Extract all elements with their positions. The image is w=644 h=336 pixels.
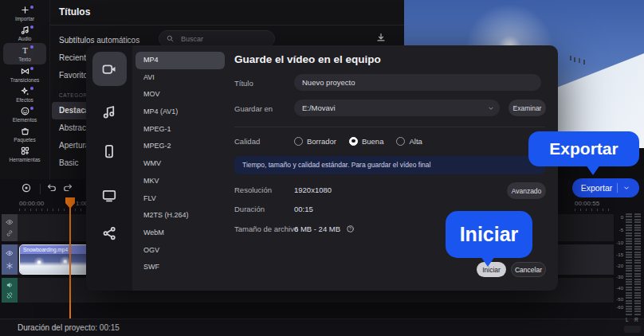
format-option[interactable]: OGV [132, 242, 228, 260]
dialog-title: Guarde el vídeo en el equipo [234, 53, 381, 65]
exportar-callout-text: Exportar [549, 139, 618, 158]
duration-value: 00:15 [294, 205, 313, 213]
cancel-button[interactable]: Cancelar [511, 262, 546, 277]
save-path-select[interactable]: E:/Movavi [294, 100, 500, 116]
format-option[interactable]: SWF [132, 259, 228, 276]
track-3-header [2, 278, 18, 303]
phone-icon[interactable] [101, 143, 117, 159]
format-option[interactable]: WebM [132, 225, 228, 242]
sidebar-item-efectos[interactable]: Efectos [3, 84, 46, 104]
sidebar-item-label: Audio [18, 36, 32, 41]
effects-icon [20, 86, 30, 96]
format-option[interactable]: MPEG-1 [132, 121, 228, 139]
tv-icon[interactable] [101, 187, 117, 203]
meter-channel-label: L [626, 317, 629, 322]
meter-scale-label: -30 [614, 275, 623, 279]
dialog-sidebar [86, 45, 132, 291]
radio-circle [294, 137, 303, 146]
sidebar-item-audio[interactable]: Audio [3, 23, 46, 43]
snowflake-icon[interactable] [6, 262, 14, 270]
quality-radio-alta[interactable]: Alta [396, 137, 422, 146]
format-option[interactable]: MP4 (AV1) [132, 104, 228, 121]
ruler-tick [608, 209, 609, 211]
elements-icon [20, 106, 30, 116]
ruler-tick [47, 209, 48, 211]
meter-channel-label: R [634, 317, 638, 322]
eye-icon[interactable] [6, 249, 14, 257]
music-note-icon[interactable] [101, 104, 117, 119]
track-2-header [2, 244, 18, 275]
project-duration-text: Duración del proyecto: 00:15 [18, 323, 120, 332]
text-icon: T [20, 45, 30, 56]
format-option[interactable]: FLV [132, 190, 228, 208]
ruler-timecode-right: 00:00:55 [575, 200, 599, 207]
format-option[interactable]: MP4 [135, 52, 225, 69]
format-option[interactable]: MKV [132, 173, 228, 190]
redo-icon[interactable] [62, 182, 73, 193]
sidebar-item-texto[interactable]: TTexto [3, 43, 46, 64]
share-icon[interactable] [101, 225, 117, 241]
sidebar-item-transiciones[interactable]: Transiciones [3, 64, 46, 84]
plus-icon [20, 5, 30, 15]
sidebar-item-importar[interactable]: Importar [3, 3, 46, 23]
search-box[interactable] [159, 30, 275, 47]
svg-text:T: T [22, 46, 28, 55]
sidebar-item-elementos[interactable]: Elementos [3, 104, 46, 124]
quality-radio-group: BorradorBuenaAlta [294, 135, 422, 147]
meter-scale-label: -15 [614, 252, 623, 257]
format-option[interactable]: MPEG-2 [132, 138, 228, 155]
radio-circle [349, 137, 358, 146]
sidebar-item-herramientas[interactable]: Herramientas [3, 144, 46, 164]
ruler-tick [19, 209, 20, 211]
chevron-down-icon[interactable] [487, 104, 495, 112]
help-icon[interactable]: ? [346, 225, 355, 233]
clip-name: Snowboarding.mp4 [20, 245, 88, 254]
browse-button[interactable]: Examinar [509, 100, 546, 116]
quality-radio-buena[interactable]: Buena [349, 137, 383, 146]
music-icon [20, 25, 30, 35]
meter-scale-label: -60 [614, 305, 623, 310]
export-button[interactable]: Exportar [572, 178, 639, 197]
format-option[interactable]: M2TS (H.264) [132, 207, 228, 225]
track-1-header [2, 214, 18, 241]
undo-icon[interactable] [46, 182, 57, 193]
ruler-tick [41, 209, 42, 211]
record-icon[interactable] [21, 182, 32, 193]
sidebar-item-label: Herramientas [9, 157, 40, 162]
playhead-line[interactable] [69, 199, 71, 318]
timeline-clip[interactable]: Snowboarding.mp4 [19, 244, 89, 275]
playhead-marker[interactable] [65, 197, 75, 209]
sidebar-item-paquetes[interactable]: Paquetes [3, 124, 46, 144]
search-input[interactable] [179, 34, 268, 44]
advanced-button[interactable]: Avanzado [507, 182, 546, 199]
quality-info-banner: Tiempo, tamaño y calidad estándar. Para … [234, 156, 545, 174]
quality-radio-borrador[interactable]: Borrador [294, 137, 336, 146]
notification-dot [30, 25, 33, 29]
link-icon[interactable] [6, 229, 14, 237]
ruler-ticks[interactable] [575, 209, 609, 211]
ruler-tick [591, 209, 592, 211]
project-title-input[interactable]: Nuevo proyecto [294, 74, 541, 91]
button-divider [617, 183, 618, 193]
video-camera-icon[interactable] [101, 61, 117, 77]
sidebar-item-label: Transiciones [10, 77, 40, 83]
category-item-basic[interactable]: Basic [52, 154, 85, 172]
chevron-down-icon[interactable] [622, 184, 630, 192]
volume-icon[interactable] [6, 281, 14, 289]
main-sidebar: ImportarAudioTTextoTransicionesEfectosEl… [0, 0, 49, 179]
format-list: MP4AVIMOVMP4 (AV1)MPEG-1MPEG-2WMVMKVFLVM… [132, 52, 228, 276]
meter-scale-label: 0 [614, 215, 623, 220]
meter-scale-label: -50 [614, 297, 623, 302]
notification-dot [30, 6, 33, 9]
download-icon[interactable] [375, 32, 387, 43]
link-off-icon[interactable] [6, 291, 14, 299]
format-option[interactable]: MOV [132, 86, 228, 104]
ruler-ticks[interactable] [19, 209, 81, 211]
meter-scale-label: -20 [614, 264, 623, 268]
ruler-tick [30, 209, 31, 211]
meter-scale-label: -40 [614, 286, 623, 291]
format-option[interactable]: AVI [132, 69, 228, 87]
export-button-label: Exportar [581, 183, 613, 193]
format-option[interactable]: WMV [132, 155, 228, 173]
eye-icon[interactable] [6, 218, 14, 226]
